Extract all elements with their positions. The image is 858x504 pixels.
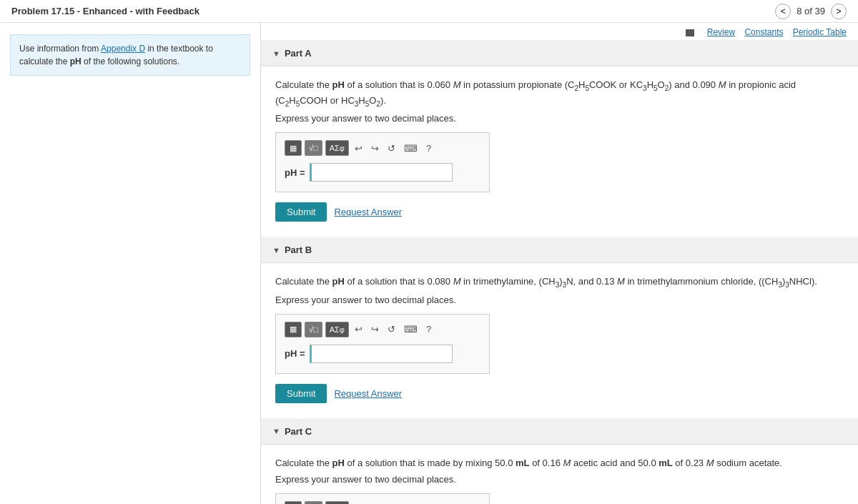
part-b-redo-icon[interactable]: ↪ [368, 322, 382, 336]
part-c-arrow: ▼ [272, 427, 280, 435]
part-b-actions: Submit Request Answer [275, 384, 844, 403]
part-a-express: Express your answer to two decimal place… [275, 113, 844, 124]
sidebar-info-text3: of the following solutions. [82, 56, 179, 66]
part-a-body: Calculate the pH of a solution that is 0… [261, 66, 858, 236]
part-c-express: Express your answer to two decimal place… [275, 474, 844, 485]
part-b-answer-box: ▦ √□ AΣφ ↩ ↪ ↺ ⌨ ? pH = [275, 314, 490, 374]
part-a-help-icon[interactable]: ? [423, 142, 434, 155]
part-c-matrix-btn[interactable]: ▦ [285, 501, 302, 504]
part-a-actions: Submit Request Answer [275, 202, 844, 222]
part-a-request-answer-link[interactable]: Request Answer [334, 207, 402, 217]
part-b-question: Calculate the pH of a solution that is 0… [275, 275, 844, 290]
part-c-body: Calculate the pH of a solution that is m… [261, 445, 858, 504]
part-a-arrow: ▼ [272, 49, 280, 58]
part-b-sqrt-btn[interactable]: √□ [305, 322, 322, 337]
navigation: < 8 of 39 > [775, 4, 847, 19]
sidebar: Use information from Appendix D in the t… [0, 23, 261, 504]
part-a-symbol-btn[interactable]: AΣφ [325, 140, 349, 156]
part-b-ph-label: pH = [285, 348, 305, 359]
main-content: Review Constants Periodic Table ▼ Part A… [261, 23, 858, 504]
review-icon [686, 29, 694, 36]
sidebar-info-box: Use information from Appendix D in the t… [10, 34, 250, 76]
part-a-ph-label: pH = [285, 167, 305, 178]
sidebar-info-text1: Use information from [19, 44, 101, 54]
part-a-toolbar: ▦ √□ AΣφ ↩ ↪ ↺ ⌨ ? [285, 140, 480, 156]
part-b-label: Part B [285, 244, 312, 255]
part-b-header[interactable]: ▼ Part B [261, 237, 858, 263]
part-a-keyboard-icon[interactable]: ⌨ [401, 142, 420, 155]
header: Problem 17.15 - Enhanced - with Feedback… [0, 0, 858, 23]
part-b-undo-icon[interactable]: ↩ [352, 322, 365, 336]
part-b-section: ▼ Part B Calculate the pH of a solution … [261, 237, 858, 417]
review-link[interactable]: Review [707, 27, 735, 37]
part-c-answer-box: ▦ √□ AΣφ ↩ ↪ ↺ ⌨ ? pH = [275, 493, 490, 504]
page-count: 8 of 39 [797, 6, 825, 16]
part-c-toolbar: ▦ √□ AΣφ ↩ ↪ ↺ ⌨ ? [285, 501, 480, 504]
part-c-sqrt-btn[interactable]: √□ [305, 501, 322, 504]
part-c-header[interactable]: ▼ Part C [261, 419, 858, 445]
part-b-help-icon[interactable]: ? [423, 322, 434, 336]
part-c-symbol-btn[interactable]: AΣφ [325, 501, 349, 504]
part-a-header[interactable]: ▼ Part A [261, 41, 858, 66]
part-a-submit-button[interactable]: Submit [275, 202, 327, 222]
part-a-question: Calculate the pH of a solution that is 0… [275, 78, 844, 109]
part-b-request-answer-link[interactable]: Request Answer [334, 388, 402, 399]
part-b-symbol-btn[interactable]: AΣφ [325, 322, 349, 337]
part-a-matrix-btn[interactable]: ▦ [285, 140, 302, 156]
part-b-submit-button[interactable]: Submit [275, 384, 327, 403]
sidebar-ph-bold: pH [70, 56, 82, 66]
page-title: Problem 17.15 - Enhanced - with Feedback [11, 6, 199, 16]
part-c-label: Part C [285, 426, 312, 437]
next-button[interactable]: > [831, 4, 847, 19]
part-b-toolbar: ▦ √□ AΣφ ↩ ↪ ↺ ⌨ ? [285, 322, 480, 337]
part-a-answer-box: ▦ √□ AΣφ ↩ ↪ ↺ ⌨ ? pH = [275, 132, 490, 192]
part-a-ph-input[interactable] [310, 163, 453, 182]
part-b-ph-input[interactable] [310, 345, 453, 363]
part-a-redo-icon[interactable]: ↪ [368, 142, 382, 155]
constants-link[interactable]: Constants [744, 27, 783, 37]
part-a-section: ▼ Part A Calculate the pH of a solution … [261, 41, 858, 236]
part-b-ph-row: pH = [285, 345, 480, 363]
part-a-undo-icon[interactable]: ↩ [352, 142, 365, 155]
top-links-bar: Review Constants Periodic Table [261, 23, 858, 41]
part-b-body: Calculate the pH of a solution that is 0… [261, 263, 858, 417]
part-a-ph-row: pH = [285, 163, 480, 182]
part-c-question: Calculate the pH of a solution that is m… [275, 456, 844, 470]
part-b-arrow: ▼ [272, 246, 280, 255]
appendix-link[interactable]: Appendix D [101, 44, 145, 54]
part-a-label: Part A [285, 48, 312, 59]
prev-button[interactable]: < [775, 4, 791, 19]
part-c-section: ▼ Part C Calculate the pH of a solution … [261, 419, 858, 504]
part-a-sqrt-btn[interactable]: √□ [305, 140, 322, 156]
part-a-refresh-icon[interactable]: ↺ [385, 142, 398, 155]
part-b-matrix-btn[interactable]: ▦ [285, 322, 302, 337]
part-b-keyboard-icon[interactable]: ⌨ [401, 322, 420, 336]
periodic-table-link[interactable]: Periodic Table [793, 27, 847, 37]
part-b-refresh-icon[interactable]: ↺ [385, 322, 398, 336]
part-b-express: Express your answer to two decimal place… [275, 295, 844, 305]
layout: Use information from Appendix D in the t… [0, 23, 858, 504]
